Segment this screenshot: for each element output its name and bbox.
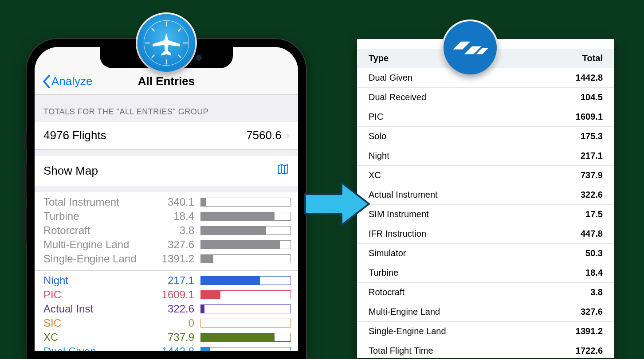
svg-line-6 (178, 28, 181, 31)
svg-line-7 (152, 55, 155, 58)
export-document: Type Total Dual Given1442.8Dual Received… (357, 39, 614, 358)
export-arrow-icon (302, 177, 373, 230)
stat-row: Multi-Engine Land327.6 (43, 238, 294, 252)
table-row: Single-Engine Land1391.2 (357, 322, 614, 341)
stat-value: 18.4 (154, 209, 194, 223)
stat-label: Actual Inst (43, 302, 154, 316)
stat-row: Night217.1 (43, 273, 294, 288)
back-label: Analyze (51, 74, 93, 88)
row-value: 50.3 (529, 244, 614, 263)
stat-value: 0 (154, 316, 194, 330)
phone-mute-switch (24, 132, 27, 150)
airplane-gauge-icon (142, 19, 191, 67)
stat-bar (200, 319, 291, 328)
row-label: Total Flight Time (357, 341, 529, 359)
row-value: 1391.2 (529, 322, 614, 341)
stat-value: 1391.2 (154, 252, 194, 266)
stat-value: 737.9 (154, 330, 194, 344)
row-label: Simulator (357, 244, 529, 263)
camera-icon (196, 55, 202, 61)
show-map-row[interactable]: Show Map (35, 156, 298, 186)
table-row: Rotocraft3.8 (357, 283, 614, 302)
flights-total-row[interactable]: 4976 Flights 7560.6 › (35, 121, 298, 150)
row-label: Rotocraft (357, 283, 529, 302)
flights-label: 4976 Flights (43, 129, 106, 142)
row-label: Dual Received (357, 88, 529, 107)
row-label: Multi-Engine Land (357, 302, 529, 322)
col-header-type: Type (357, 49, 529, 68)
row-label: Turbine (357, 263, 529, 283)
row-value: 104.5 (529, 88, 614, 107)
stat-label: Dual Given (43, 344, 154, 351)
stat-bar (200, 304, 291, 313)
table-row: Simulator50.3 (357, 244, 614, 263)
row-value: 3.8 (529, 283, 614, 302)
totals-table: Type Total Dual Given1442.8Dual Received… (357, 49, 614, 358)
row-value: 17.5 (529, 205, 614, 224)
row-value: 1442.8 (529, 68, 614, 88)
stat-value: 322.6 (154, 302, 194, 316)
section-header: TOTALS FOR THE "ALL ENTRIES" GROUP (35, 95, 298, 121)
row-value: 217.1 (529, 146, 614, 166)
table-row: Total Flight Time1722.6 (357, 341, 614, 359)
row-label: IFR Instruction (357, 224, 529, 244)
stat-bar (200, 347, 291, 351)
table-row: SIM Instrument17.5 (357, 205, 614, 224)
row-value: 1722.6 (529, 341, 614, 359)
table-row: Dual Received104.5 (357, 88, 614, 107)
stat-label: XC (43, 330, 154, 344)
stat-label: Total Instrument (43, 195, 154, 209)
color-stats-block: Night217.1PIC1609.1Actual Inst322.6SIC0X… (35, 271, 298, 351)
stat-label: Turbine (43, 209, 154, 223)
map-icon (277, 163, 289, 179)
stat-row: Rotorcraft3.8 (43, 223, 294, 238)
row-value: 175.3 (529, 127, 614, 146)
row-label: PIC (357, 107, 529, 127)
phone-screen: Analyze All Entries TOTALS FOR THE "ALL … (35, 47, 298, 351)
stat-row: PIC1609.1 (43, 288, 294, 302)
phone-mockup: Analyze All Entries TOTALS FOR THE "ALL … (27, 39, 306, 359)
stat-value: 1442.8 (154, 344, 194, 351)
row-value: 447.8 (529, 224, 614, 244)
stat-label: Multi-Engine Land (43, 238, 154, 252)
table-row: Night217.1 (357, 146, 614, 166)
phone-volume-down (24, 207, 27, 243)
table-row: Solo175.3 (357, 127, 614, 146)
row-label: Dual Given (357, 68, 529, 88)
show-map-label: Show Map (43, 164, 98, 178)
table-row: Actual Instrument322.6 (357, 185, 614, 205)
row-label: Night (357, 146, 529, 166)
stat-row: Turbine18.4 (43, 209, 294, 223)
stat-value: 327.6 (154, 238, 194, 252)
row-value: 1609.1 (529, 107, 614, 127)
back-button[interactable]: Analyze (43, 74, 93, 88)
table-row: Dual Given1442.8 (357, 68, 614, 88)
app-icon-export (444, 21, 497, 74)
row-label: Actual Instrument (357, 185, 529, 205)
row-value: 322.6 (529, 185, 614, 205)
phone-volume-up (24, 163, 27, 199)
gray-stats-block: Total Instrument340.1Turbine18.4Rotorcra… (35, 192, 298, 271)
row-label: Solo (357, 127, 529, 146)
stat-label: PIC (43, 288, 154, 302)
table-row: PIC1609.1 (357, 107, 614, 127)
stat-row: Actual Inst322.6 (43, 302, 294, 316)
row-label: Single-Engine Land (357, 322, 529, 341)
table-row: Multi-Engine Land327.6 (357, 302, 614, 322)
svg-line-8 (178, 55, 181, 58)
stat-row: Single-Engine Land1391.2 (43, 252, 294, 266)
stat-bar (200, 290, 291, 299)
stat-bar (200, 276, 291, 285)
chevron-left-icon (43, 75, 51, 88)
stat-bar (200, 333, 291, 342)
row-label: SIM Instrument (357, 205, 529, 224)
chevron-right-icon: › (286, 130, 289, 141)
stat-value: 1609.1 (154, 288, 194, 302)
flights-value: 7560.6 (246, 129, 282, 142)
stat-label: Rotorcraft (43, 223, 154, 238)
stat-row: Dual Given1442.8 (43, 344, 294, 351)
svg-line-5 (152, 28, 155, 31)
stat-label: Single-Engine Land (43, 252, 154, 266)
row-value: 18.4 (529, 263, 614, 283)
stat-bar (200, 226, 291, 235)
